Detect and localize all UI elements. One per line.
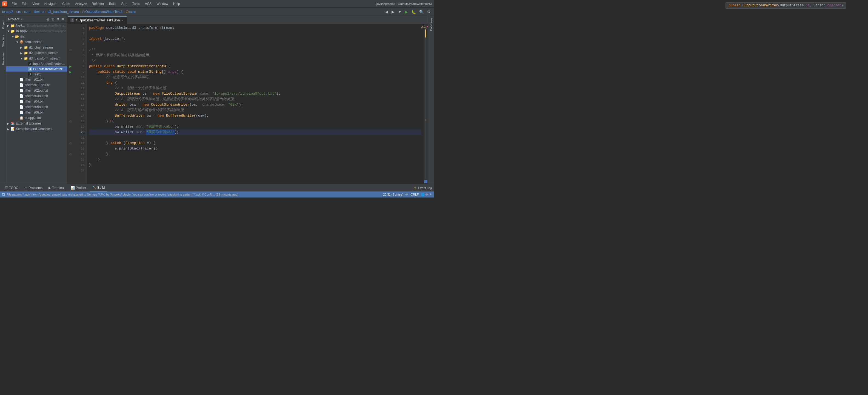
nav-src[interactable]: src (17, 10, 21, 14)
menu-run[interactable]: Run (119, 1, 130, 6)
status-position[interactable]: 20:31 (9 chars) (383, 193, 403, 196)
search-btn[interactable]: 🔍 (418, 9, 425, 15)
code-editor: ⊟ ▶ ▶ ⊟ (68, 24, 428, 184)
scrollbar-track[interactable] (425, 29, 426, 179)
package-icon: 📦 (19, 40, 24, 44)
ln-9: 9 (73, 69, 87, 75)
right-tab-database[interactable]: Database (428, 16, 434, 33)
panel-close-btn[interactable]: ✕ (61, 17, 65, 21)
tree-item-io-app2[interactable]: ▼ 📁 io-app2 D:\code\javasepromax\io-app2 (6, 28, 67, 34)
tree-item-com-itheima[interactable]: ▼ 📦 com.itheima (6, 39, 67, 45)
tree-item-OutputStreamWriterTest3[interactable]: ▶ J OutputStreamWriterTest3 (6, 66, 67, 72)
tree-item-file-io-app[interactable]: ▶ 📁 file-io-app D:\code\javasepromax\fil… (6, 23, 67, 28)
nav-back-btn[interactable]: ◀ (384, 9, 389, 15)
tree-item-iml[interactable]: ▶ 📋 io-app2.iml (6, 115, 67, 121)
tree-item-itheima02out[interactable]: ▶ 📄 itheima02out.txt (6, 88, 67, 93)
status-linesep[interactable]: CRLF (411, 193, 418, 196)
ln-26: 26 (73, 162, 87, 168)
tree-item-itheima06[interactable]: ▶ 📄 itheima06.txt (6, 110, 67, 115)
code-line-11: try { (89, 80, 422, 86)
panel-dropdown-icon[interactable]: ▼ (21, 18, 23, 21)
code-line-15: Writer osw = new OutputStreamWriter(os, … (89, 102, 422, 108)
nav-com[interactable]: com (24, 10, 30, 14)
settings-btn[interactable]: ⚙ (426, 9, 432, 15)
fold-icon[interactable]: ⊟ (69, 49, 72, 52)
menu-vcs[interactable]: VCS (143, 1, 154, 6)
code-line-17: BufferedWriter bw = new BufferedWriter(o… (89, 113, 422, 118)
tree-item-scratches[interactable]: ▶ 📝 Scratches and Consoles (6, 126, 67, 132)
nav-classname[interactable]: OutputStreamWriterTest3 (85, 10, 122, 14)
ln-16: 16 (73, 108, 87, 113)
nav-forward-btn[interactable]: ▶ (391, 9, 396, 15)
tree-item-d2[interactable]: ▶ 📁 d2_buffered_stream (6, 50, 67, 56)
panel-locate-btn[interactable]: ◎ (46, 17, 50, 21)
bottom-tab-terminal[interactable]: ▶ Terminal (46, 184, 67, 192)
menu-help[interactable]: Help (171, 1, 182, 6)
nav-recent-btn[interactable]: ▼ (397, 9, 403, 15)
vtab-favorites[interactable]: Favorites (0, 50, 6, 67)
menu-file[interactable]: File (9, 1, 19, 6)
menu-code[interactable]: Code (60, 1, 72, 6)
nav-method-icon: ⬡ (126, 10, 128, 14)
menu-view[interactable]: View (30, 1, 42, 6)
line-numbers: 1 2 3 4 5 6 7 8 9 10 11 12 13 14 15 16 1 (73, 24, 87, 184)
scroll-thumb[interactable] (425, 119, 426, 121)
bottom-tab-profiler[interactable]: 📊 Profiler (68, 184, 89, 192)
tree-label: src (20, 34, 25, 38)
gutter-run-9[interactable]: ▶ (68, 69, 73, 75)
menu-tools[interactable]: Tools (130, 1, 142, 6)
menu-edit[interactable]: Edit (20, 1, 30, 6)
tree-item-InputStreamReaderTest2[interactable]: ▶ J InputStreamReaderTest2 (6, 61, 67, 66)
fold-icon-22[interactable]: ⊟ (69, 142, 72, 145)
nav-itheima[interactable]: itheima (34, 10, 44, 14)
gutter-line-12 (68, 86, 73, 91)
ln-7: 7 (73, 58, 87, 64)
panel-collapse-btn[interactable]: ⊟ (51, 17, 55, 21)
nav-method[interactable]: main (129, 10, 136, 14)
menu-analyze[interactable]: Analyze (73, 1, 89, 6)
status-checkbox: ☐ (2, 193, 5, 196)
tree-item-d1[interactable]: ▶ 📁 d1_char_stream (6, 45, 67, 50)
editor-tab-active[interactable]: J OutputStreamWriterTest3.java ✕ (68, 16, 127, 24)
ln-10: 10 (73, 75, 87, 80)
menu-refactor[interactable]: Refactor (90, 1, 106, 6)
menu-navigate[interactable]: Navigate (42, 1, 59, 6)
vtab-project[interactable]: Project (0, 17, 6, 32)
tree-arrow: ▶ (20, 52, 24, 55)
tree-path: D:\code\javasepromax\io-app2 (29, 30, 66, 33)
tree-item-src[interactable]: ▼ 📂 src (6, 34, 67, 39)
bottom-tab-todo[interactable]: ☰ TODO (2, 184, 21, 192)
run-btn[interactable]: ▶ (404, 9, 409, 15)
tree-item-itheima01bak[interactable]: ▶ 📄 itheima01_bak.txt (6, 82, 67, 88)
tree-item-Test1[interactable]: ▶ J Test1 (6, 72, 67, 77)
app-logo: J (2, 1, 7, 6)
tab-close-btn[interactable]: ✕ (122, 19, 124, 22)
fold-icon-24[interactable]: ⊟ (69, 153, 72, 156)
tree-item-external-libs[interactable]: ▶ 📚 External Libraries (6, 121, 67, 126)
tree-item-d3[interactable]: ▼ 📁 d3_transform_stream (6, 56, 67, 61)
event-log-label[interactable]: Event Log (418, 186, 432, 190)
txt-icon: 📄 (19, 110, 24, 115)
scroll-end (424, 180, 427, 183)
bottom-tab-build[interactable]: 🔨 Build (90, 184, 108, 192)
gutter-line-21 (68, 135, 73, 140)
status-encoding[interactable]: 中 (405, 193, 408, 197)
nav-d3[interactable]: d3_transform_stream (48, 10, 79, 14)
debug-btn[interactable]: 🐛 (410, 9, 417, 15)
code-content[interactable]: package com.itheima.d3_transform_stream;… (87, 24, 424, 184)
gutter-run-8[interactable]: ▶ (68, 64, 73, 69)
menu-build[interactable]: Build (107, 1, 119, 6)
fold-icon-18[interactable]: ⊟ (69, 120, 72, 123)
nav-io-app2[interactable]: io-app2 (2, 10, 13, 14)
tree-label: io-app2.iml (25, 116, 41, 120)
bottom-tab-problems[interactable]: ⚠ Problems (22, 184, 45, 192)
gutter-line-10 (68, 75, 73, 80)
ln-22: 22 (73, 140, 87, 146)
tree-item-itheima03out[interactable]: ▶ 📄 itheima03out.txt (6, 93, 67, 99)
vtab-structure[interactable]: Structure (0, 32, 6, 50)
tree-item-itheima05out[interactable]: ▶ 📄 itheima05out.txt (6, 104, 67, 110)
panel-settings-btn[interactable]: ⚙ (56, 17, 60, 21)
tree-item-itheima01[interactable]: ▶ 📄 itheima01.txt (6, 77, 67, 82)
tree-item-itheima04[interactable]: ▶ 📄 itheima04.txt (6, 99, 67, 104)
menu-window[interactable]: Window (154, 1, 170, 6)
